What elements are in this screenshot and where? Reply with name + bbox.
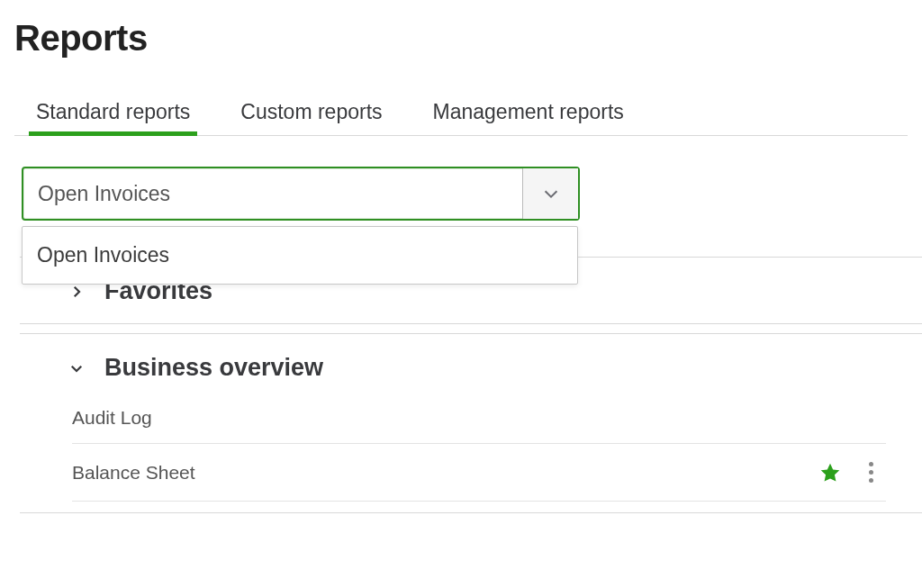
kebab-menu-icon[interactable] — [863, 458, 879, 486]
report-list: Audit Log Balance Sheet — [72, 393, 886, 502]
report-row-audit-log: Audit Log — [72, 393, 886, 444]
row-actions — [818, 458, 879, 486]
report-search-dropdown: Open Invoices — [22, 226, 578, 285]
chevron-down-icon — [541, 184, 561, 204]
chevron-down-icon — [68, 360, 85, 376]
report-link[interactable]: Audit Log — [72, 407, 882, 429]
report-link[interactable]: Balance Sheet — [72, 462, 818, 484]
section-header-business-overview[interactable]: Business overview — [68, 345, 886, 389]
star-icon[interactable] — [818, 461, 842, 484]
section-title: Business overview — [104, 354, 323, 382]
page-title: Reports — [14, 18, 908, 59]
combo-toggle-button[interactable] — [522, 168, 578, 219]
report-search-combo[interactable]: Open Invoices — [22, 167, 580, 221]
tabs: Standard reports Custom reports Manageme… — [14, 100, 908, 136]
chevron-right-icon — [68, 284, 85, 300]
tab-management-reports[interactable]: Management reports — [433, 100, 624, 135]
tab-standard-reports[interactable]: Standard reports — [36, 100, 190, 135]
section-business-overview: Business overview Audit Log Balance Shee… — [20, 333, 922, 513]
dropdown-item-open-invoices[interactable]: Open Invoices — [23, 227, 577, 284]
report-row-balance-sheet: Balance Sheet — [72, 444, 886, 502]
report-search-input[interactable]: Open Invoices — [23, 168, 522, 219]
tab-custom-reports[interactable]: Custom reports — [240, 100, 382, 135]
